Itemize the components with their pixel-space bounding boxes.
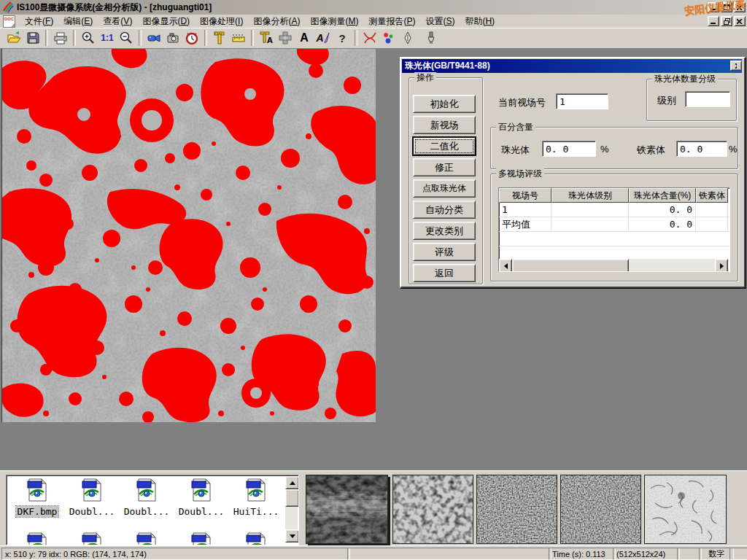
- dialog-title-bar[interactable]: 珠光体(GB/T9441-88): [402, 59, 742, 73]
- file-item-partial[interactable]: [175, 532, 228, 545]
- cell-ferrite: [696, 217, 728, 231]
- pick-pearlite-button[interactable]: 点取珠光体: [413, 179, 476, 198]
- file-item[interactable]: Doubl...: [120, 478, 173, 518]
- timer-button[interactable]: [182, 29, 201, 47]
- file-name[interactable]: Doubl...: [68, 506, 117, 517]
- current-view-label: 当前视场号: [498, 96, 546, 109]
- help-button[interactable]: ?: [333, 29, 352, 47]
- menu-image-processing[interactable]: 图像处理(I): [195, 15, 248, 28]
- scroll-up-button[interactable]: [285, 476, 299, 489]
- pearlite-unit: %: [600, 144, 609, 155]
- thumbnail-5[interactable]: [644, 475, 727, 544]
- thumbnail-2[interactable]: [392, 475, 473, 544]
- init-button[interactable]: 初始化: [413, 95, 476, 113]
- current-view-input[interactable]: 1: [556, 93, 608, 109]
- cell-field-no: 平均值: [499, 217, 551, 231]
- binarize-button[interactable]: 二值化: [413, 137, 476, 155]
- ruler-button[interactable]: [229, 29, 248, 47]
- toolbar: 1:1 A A A ?: [0, 28, 747, 49]
- return-button[interactable]: 返回: [413, 264, 476, 282]
- actual-size-button[interactable]: 1:1: [98, 29, 117, 47]
- document-icon[interactable]: DOC: [3, 15, 15, 28]
- pearlite-input[interactable]: 0. 0: [542, 141, 596, 157]
- child-minimize-button[interactable]: [708, 16, 719, 26]
- thumbnail-4[interactable]: [560, 475, 641, 544]
- pen-tool-button[interactable]: [398, 29, 417, 47]
- file-item[interactable]: Doubl...: [66, 478, 118, 518]
- ferrite-input[interactable]: 0. 0: [676, 141, 727, 157]
- status-coordinates: x: 510 y: 79 idx: 0 RGB: (174, 174, 174): [1, 548, 350, 560]
- file-item-partial[interactable]: [11, 532, 63, 545]
- snapshot-button[interactable]: [163, 29, 182, 47]
- correct-button[interactable]: 修正: [413, 158, 476, 176]
- menu-image-measure[interactable]: 图像测量(M): [305, 15, 363, 28]
- scroll-right-button[interactable]: [715, 259, 728, 272]
- scroll-left-button[interactable]: [499, 259, 512, 272]
- file-browser[interactable]: DKF.bmp Doubl... Doubl... Doubl... HuiTi…: [6, 475, 299, 545]
- print-button[interactable]: [51, 29, 70, 47]
- pearlite-dialog: 珠光体(GB/T9441-88) 操作 初始化 新视场 二值化 修正 点取珠光体…: [400, 57, 746, 288]
- file-vertical-scrollbar[interactable]: [285, 476, 298, 542]
- auto-classify-button[interactable]: 自动分类: [413, 201, 476, 219]
- toolbar-separator: [251, 30, 254, 46]
- rating-table[interactable]: 视场号 珠光体级别 珠光体含量(%) 铁素体 1 0. 0 平均值 0. 0: [498, 187, 730, 272]
- menu-file[interactable]: 文件(F): [20, 15, 58, 28]
- pearlite-label: 珠光体: [501, 144, 530, 157]
- open-button[interactable]: [4, 29, 23, 47]
- table-horizontal-scrollbar[interactable]: [499, 259, 728, 271]
- annotate-button[interactable]: A: [314, 29, 333, 47]
- file-item[interactable]: DKF.bmp: [11, 478, 63, 518]
- scroll-thumb[interactable]: [512, 259, 629, 272]
- file-name[interactable]: HuiTi...: [232, 506, 281, 517]
- brush-tool-button[interactable]: [422, 29, 441, 47]
- scroll-thumb[interactable]: [285, 489, 299, 507]
- grid-button[interactable]: [276, 29, 295, 47]
- file-name[interactable]: Doubl...: [177, 506, 226, 517]
- zoom-in-icon: [81, 31, 96, 45]
- table-row[interactable]: 1 0. 0: [499, 203, 729, 217]
- toolbar-separator: [204, 30, 207, 46]
- child-close-button[interactable]: [734, 16, 746, 26]
- video-capture-button[interactable]: [144, 29, 163, 47]
- ferrite-label: 铁素体: [637, 144, 665, 157]
- rate-button[interactable]: 评级: [413, 243, 476, 261]
- particle-tool-button[interactable]: [379, 29, 398, 47]
- zoom-out-button[interactable]: [117, 29, 136, 47]
- menu-image-analysis[interactable]: 图像分析(A): [248, 15, 305, 28]
- change-class-button[interactable]: 更改类别: [413, 222, 476, 240]
- file-item[interactable]: Doubl...: [175, 478, 228, 518]
- table-row[interactable]: 平均值 0. 0: [499, 217, 729, 232]
- curve-icon: [363, 31, 377, 45]
- level-input[interactable]: [685, 91, 730, 107]
- caliper-button[interactable]: [210, 29, 229, 47]
- caliper-text-icon: A: [259, 31, 274, 45]
- file-name[interactable]: Doubl...: [123, 506, 171, 517]
- cell-content: 0. 0: [629, 203, 696, 217]
- thumbnail-1[interactable]: [306, 475, 388, 544]
- file-name[interactable]: DKF.bmp: [16, 506, 59, 517]
- menu-view[interactable]: 查看(V): [98, 15, 137, 28]
- particles-icon: [382, 31, 396, 45]
- menu-settings[interactable]: 设置(S): [420, 15, 460, 28]
- zoom-in-button[interactable]: [79, 29, 98, 47]
- curve-tool-button[interactable]: [360, 29, 379, 47]
- file-item-partial[interactable]: [66, 532, 118, 545]
- measure-text-button[interactable]: A: [257, 29, 276, 47]
- thumbnail-3[interactable]: [476, 475, 557, 544]
- menu-edit[interactable]: 编辑(E): [58, 15, 98, 28]
- menu-measure-report[interactable]: 测量报告(P): [363, 15, 420, 28]
- title-bar: IS100显微摄像系统(金相分析版) - [zhuguangti01]: [0, 0, 747, 15]
- menu-help[interactable]: 帮助(H): [460, 15, 500, 28]
- child-restore-button[interactable]: [721, 16, 732, 26]
- dialog-close-button[interactable]: [730, 61, 742, 71]
- scroll-down-button[interactable]: [285, 529, 299, 542]
- file-item-partial[interactable]: [230, 532, 282, 545]
- cell-ferrite: [696, 203, 728, 217]
- text-button[interactable]: A: [295, 29, 314, 47]
- file-item[interactable]: HuiTi...: [230, 478, 282, 518]
- file-item-partial[interactable]: [120, 532, 173, 545]
- menu-image-display[interactable]: 图像显示(D): [137, 15, 195, 28]
- micrograph-image[interactable]: [1, 49, 376, 422]
- new-field-button[interactable]: 新视场: [413, 116, 476, 134]
- save-button[interactable]: [23, 29, 42, 47]
